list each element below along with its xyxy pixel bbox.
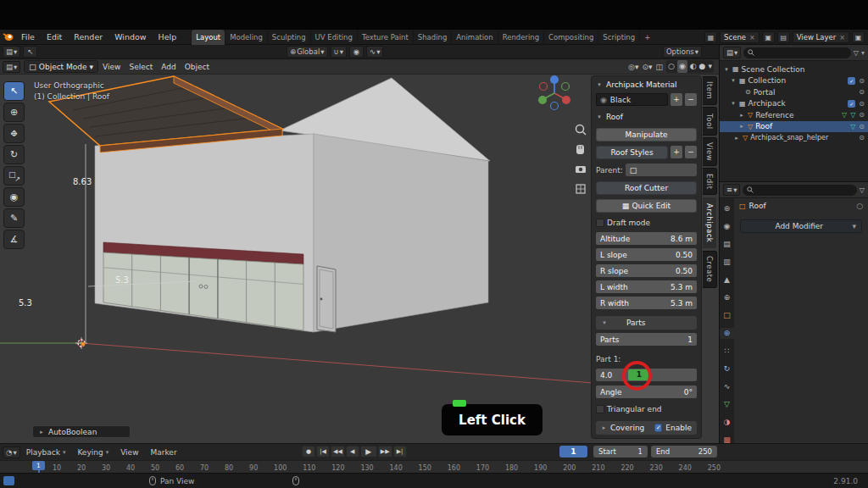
tab-constraints[interactable]: ∿ (720, 381, 734, 392)
parts-section-header[interactable]: ▾Parts (596, 316, 697, 330)
workspace-tab-compositing[interactable]: Compositing (543, 30, 598, 45)
triangular-end-checkbox[interactable] (596, 405, 604, 413)
gizmo-toggle[interactable]: ◎▾ (628, 63, 638, 71)
tab-particles[interactable]: ∷ (720, 346, 734, 357)
outliner-filter-chevron-icon[interactable]: ▾ (861, 49, 865, 57)
parts-count-field[interactable]: Parts1 (596, 333, 697, 346)
collection-checkbox[interactable]: ✓ (848, 77, 855, 85)
prev-keyframe-button[interactable]: ◀◀ (331, 446, 345, 458)
tab-render[interactable]: ◉ (720, 221, 734, 232)
shading-material-button[interactable]: ◐ (690, 60, 697, 73)
scene-unlink-icon[interactable]: × (749, 34, 755, 42)
editor-type-icon[interactable]: ▤▾ (3, 46, 20, 58)
overlays-toggle[interactable]: ⊙▾ (642, 63, 652, 71)
tab-output[interactable]: ▤ (720, 239, 734, 250)
outliner-search-input[interactable] (743, 47, 851, 58)
shading-wireframe-button[interactable]: ○ (668, 60, 675, 73)
shading-solid-button[interactable]: ◉ (677, 60, 687, 73)
gizmo-y-neg[interactable] (562, 83, 570, 91)
tool-transform[interactable]: ◉ (3, 187, 25, 207)
tool-measure[interactable]: ∡ (3, 230, 25, 249)
tab-object-data[interactable]: ▽ (720, 399, 734, 410)
workspace-tab-scripting[interactable]: Scripting (598, 30, 639, 45)
covering-enable-checkbox[interactable]: ✓ (654, 424, 662, 432)
tab-physics[interactable]: ↻ (720, 363, 734, 374)
l-width-field[interactable]: L width5.3 m (596, 280, 697, 293)
mode-dropdown[interactable]: □Object Mode▾ (24, 60, 98, 73)
viewport-3d[interactable]: 8.63 5.3 5.3 (0, 59, 719, 443)
draft-mode-checkbox[interactable] (596, 219, 604, 227)
next-keyframe-button[interactable]: ▶▶ (378, 446, 392, 458)
frame-start-field[interactable]: Start1 (593, 446, 648, 458)
camera-view-icon[interactable] (576, 166, 586, 173)
menu-edit[interactable]: Edit (41, 30, 68, 45)
workspace-tab-animation[interactable]: Animation (451, 30, 497, 45)
scene-selector[interactable]: Scene × (720, 31, 760, 43)
properties-filter-icon[interactable]: ▽ (860, 186, 865, 194)
gizmo-y-axis[interactable] (538, 96, 547, 104)
l-slope-field[interactable]: L slope0.50 (596, 248, 697, 261)
viewport-editor-type-icon[interactable]: ▤▾ (3, 61, 20, 73)
manipulate-button[interactable]: Manipulate (596, 128, 697, 141)
collection-checkbox[interactable]: ✓ (848, 100, 855, 108)
outliner-editor-icon[interactable]: ▤▾ (723, 47, 741, 58)
tool-annotate[interactable]: ✎ (3, 208, 25, 228)
xray-toggle[interactable]: ◫ (656, 63, 664, 71)
tab-scene[interactable]: ▲ (720, 274, 734, 286)
altitude-field[interactable]: Altitude8.6 m (596, 232, 697, 245)
angle-field[interactable]: Angle0° (596, 385, 697, 398)
jump-end-button[interactable]: ▶| (393, 446, 407, 458)
sidebar-tab-create[interactable]: Create (703, 251, 717, 288)
gizmo-z-axis[interactable] (550, 75, 559, 84)
menu-object[interactable]: Object (181, 63, 214, 71)
menu-view-timeline[interactable]: View (114, 448, 144, 457)
menu-marker[interactable]: Marker (145, 448, 183, 457)
object-origin-dot[interactable] (81, 342, 85, 346)
eye-icon[interactable]: ⊙ (859, 134, 865, 141)
expand-icon[interactable]: ▸ (733, 135, 740, 141)
tab-view-layer[interactable]: ▥ (720, 257, 734, 268)
sidebar-tab-tool[interactable]: Tool (703, 107, 717, 136)
workspace-add-button[interactable]: + (639, 30, 654, 45)
eye-icon[interactable]: ⊙ (859, 100, 865, 108)
outliner-row-reference[interactable]: ▸▽Reference ▽▽⊙ (720, 109, 868, 120)
workspace-tab-layout[interactable]: Layout (191, 30, 225, 45)
outliner-row-collection[interactable]: ▾▦Collection ✓⊙ (720, 75, 868, 86)
outliner-row-snap-helper[interactable]: ▸▽Archipack_snap_helper ⊙ (720, 132, 868, 143)
view-layer-icon[interactable]: ▤ (777, 31, 790, 43)
current-frame-field[interactable]: 1 (559, 446, 587, 458)
outliner-row-archipack[interactable]: ▾▦Archipack ✓⊙ (720, 98, 868, 109)
properties-editor-icon[interactable]: ≡▾ (723, 184, 740, 196)
menu-window[interactable]: Window (108, 30, 152, 45)
menu-help[interactable]: Help (153, 30, 183, 45)
tool-cursor[interactable]: ⊕ (3, 103, 25, 122)
blender-logo-icon[interactable] (0, 30, 15, 45)
material-section-header[interactable]: ▾Archipack Material (596, 78, 697, 92)
options-dropdown[interactable]: Options▾ (663, 46, 702, 58)
transform-orientation-dropdown[interactable]: ⊕Global▾ (287, 46, 328, 58)
tab-modifiers-active[interactable]: ⊛ (720, 328, 734, 339)
sidebar-tab-view[interactable]: View (703, 137, 717, 166)
autoboolean-button[interactable]: ▸AutoBoolean (32, 425, 131, 438)
tool-select-box[interactable]: ↖ (3, 81, 25, 101)
pan-hand-icon[interactable] (576, 145, 584, 154)
timeline-ruler[interactable]: 0102030405060708090100110120130140150160… (0, 460, 868, 474)
menu-view[interactable]: View (98, 63, 125, 71)
roof-style-remove-button[interactable]: − (685, 146, 697, 158)
view-layer-remove-icon[interactable]: × (839, 34, 845, 42)
tool-rotate[interactable]: ↻ (3, 145, 25, 164)
play-reverse-button[interactable]: ◀ (346, 446, 359, 458)
properties-search-input[interactable] (743, 185, 856, 196)
new-scene-icon[interactable]: ▣ (762, 31, 775, 43)
roof-cutter-button[interactable]: Roof Cutter (596, 181, 697, 195)
r-slope-field[interactable]: R slope0.50 (596, 264, 697, 277)
outliner-row-roof-selected[interactable]: ▸▽Roof ▽⊙ (720, 121, 868, 132)
expand-icon[interactable]: ▸ (738, 112, 745, 119)
jump-start-button[interactable]: |◀ (316, 446, 330, 458)
view-layer-selector[interactable]: View Layer × (793, 31, 849, 43)
proportional-edit-toggle[interactable]: ◉ (349, 46, 364, 58)
workspace-tab-rendering[interactable]: Rendering (498, 30, 543, 45)
auto-key-button[interactable]: ● (302, 446, 315, 458)
tab-tool[interactable]: ⊛ (720, 203, 734, 214)
expand-icon[interactable]: ▾ (723, 66, 730, 73)
